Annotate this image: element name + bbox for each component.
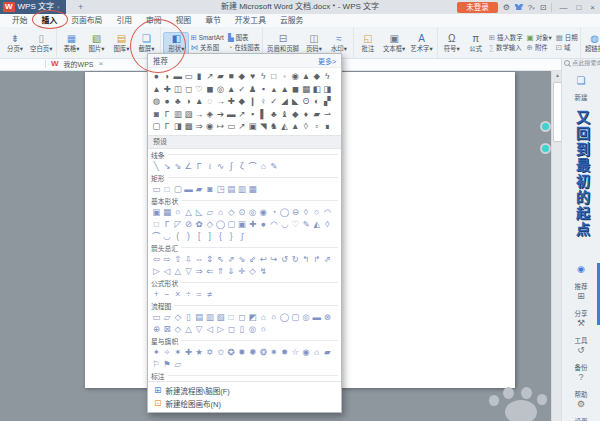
shape-glyph[interactable]: ▲ <box>151 83 162 96</box>
shape-glyph[interactable]: ▥ <box>237 183 248 195</box>
shape-glyph[interactable]: ◺ <box>194 206 205 218</box>
ribbon-button[interactable]: ◱ 批注 <box>356 32 380 54</box>
skin-icon[interactable] <box>515 4 523 10</box>
shape-glyph[interactable]: ▲ <box>279 83 290 96</box>
ribbon-small-button[interactable]: ▣ 对象▾ <box>527 33 552 42</box>
shape-glyph[interactable]: ▣ <box>237 218 248 230</box>
shape-glyph[interactable]: ◻ <box>226 323 237 335</box>
shape-glyph[interactable]: ⇘ <box>172 160 183 172</box>
shape-glyph[interactable]: ▬ <box>226 108 237 121</box>
shape-glyph[interactable]: ↩ <box>258 253 269 265</box>
ribbon-tab[interactable]: 开发工具 <box>228 14 273 27</box>
shape-glyph[interactable]: ◢ <box>279 95 290 108</box>
shape-glyph[interactable]: ↘ <box>162 160 173 172</box>
ribbon-button[interactable]: A 艺术字▾ <box>408 32 434 54</box>
shape-glyph[interactable]: ↱ <box>311 253 322 265</box>
shape-glyph[interactable]: ⌂ <box>258 160 269 172</box>
my-wps-label[interactable]: 我的WPS <box>64 59 94 69</box>
sidebar-item[interactable]: ? 帮助 <box>562 372 600 399</box>
shape-glyph[interactable]: ◉ <box>258 206 269 218</box>
shape-glyph[interactable]: ↗ <box>237 120 248 133</box>
ribbon-small-button[interactable]: ▦ 日期 <box>556 33 578 42</box>
shape-glyph[interactable]: ⇕ <box>204 253 215 265</box>
ribbon-tab[interactable]: 插入 <box>35 14 65 27</box>
shape-glyph[interactable]: ♥ <box>247 70 258 83</box>
shape-glyph[interactable]: ⇦ <box>151 253 162 265</box>
shape-glyph[interactable]: □ <box>151 218 162 230</box>
shape-glyph[interactable]: ▢ <box>226 218 237 230</box>
ribbon-small-button[interactable]: ⊞ 插入数字 <box>489 33 523 42</box>
shape-glyph[interactable]: ❙ <box>247 95 258 108</box>
shape-glyph[interactable]: − <box>162 288 173 300</box>
shape-glyph[interactable]: ⇓ <box>226 265 237 277</box>
menu-item[interactable]: ⊡ 新建绘图画布(N) <box>148 397 341 410</box>
shape-glyph[interactable]: ✹ <box>237 346 248 358</box>
minimize-button[interactable]: — <box>557 3 569 12</box>
shape-glyph[interactable]: ▷ <box>151 265 162 277</box>
shape-glyph[interactable]: ⌂ <box>311 346 322 358</box>
shape-glyph[interactable]: ⇀ <box>322 108 333 121</box>
shape-glyph[interactable]: ▭ <box>226 120 237 133</box>
ribbon-tab[interactable]: 审阅 <box>139 14 169 27</box>
ribbon-button[interactable]: ▤ 图库▾ <box>109 32 133 54</box>
shape-glyph[interactable]: ▪ <box>258 83 269 96</box>
shape-glyph[interactable]: ○ <box>172 206 183 218</box>
shape-glyph[interactable]: ♣ <box>269 108 280 121</box>
ribbon-button[interactable]: ⊟ 页眉和页脚 <box>265 32 301 54</box>
shape-glyph[interactable]: ◫ <box>172 83 183 96</box>
shape-glyph[interactable]: ∠ <box>183 160 194 172</box>
shape-glyph[interactable]: ○ <box>311 206 322 218</box>
shape-glyph[interactable]: ◈ <box>204 108 215 121</box>
ribbon-button[interactable]: ▯ 空白页▾ <box>28 32 54 54</box>
shape-glyph[interactable]: ● <box>258 218 269 230</box>
shape-glyph[interactable]: Γ <box>162 218 173 230</box>
shape-glyph[interactable]: ◆ <box>311 70 322 83</box>
shape-glyph[interactable]: ◑ <box>183 95 194 108</box>
shape-glyph[interactable]: ≀ <box>204 160 215 172</box>
shape-glyph[interactable]: ◣ <box>290 95 301 108</box>
shape-glyph[interactable]: ◠ <box>269 218 280 230</box>
shape-glyph[interactable]: ⊘ <box>183 218 194 230</box>
shape-glyph[interactable]: ≠ <box>204 288 215 300</box>
shape-glyph[interactable]: → <box>215 95 226 108</box>
shape-glyph[interactable]: ✓ <box>237 83 248 96</box>
shape-glyph[interactable]: ▤ <box>226 183 237 195</box>
ribbon-button[interactable]: ▦ 表格▾ <box>59 32 83 54</box>
ribbon-tab[interactable]: 引用 <box>109 14 139 27</box>
shape-glyph[interactable]: ✚ <box>162 83 173 96</box>
shape-glyph[interactable]: ⇔ <box>194 253 205 265</box>
shape-glyph[interactable]: ▥ <box>172 108 183 121</box>
shape-glyph[interactable]: × <box>172 288 183 300</box>
shape-glyph[interactable]: ▣ <box>151 206 162 218</box>
shape-glyph[interactable]: ♣ <box>172 95 183 108</box>
shape-glyph[interactable]: ◗ <box>162 70 173 83</box>
ribbon-button[interactable]: ◍ 超链接 <box>583 32 600 54</box>
shape-glyph[interactable]: ✚ <box>247 218 258 230</box>
shape-glyph[interactable]: ▱ <box>172 358 183 370</box>
ribbon-button[interactable]: ⇟ 分页▾ <box>3 32 27 54</box>
shape-glyph[interactable]: ✷ <box>269 346 280 358</box>
shape-glyph[interactable]: ( <box>172 230 183 242</box>
shape-glyph[interactable]: ◨ <box>322 83 333 96</box>
shape-glyph[interactable]: ◙ <box>151 108 162 121</box>
shape-glyph[interactable]: ◆ <box>290 108 301 121</box>
shape-glyph[interactable]: ◉ <box>290 70 301 83</box>
shape-glyph[interactable]: ◦ <box>279 70 290 83</box>
shape-glyph[interactable]: ● <box>151 70 162 83</box>
shape-glyph[interactable]: △ <box>183 206 194 218</box>
shape-glyph[interactable]: ◥ <box>258 120 269 133</box>
shape-glyph[interactable]: ◐ <box>311 95 322 108</box>
shape-glyph[interactable]: ◊ <box>301 120 312 133</box>
ribbon-button[interactable]: Ω 符号▾ <box>440 32 464 54</box>
shape-glyph[interactable]: ◳ <box>215 183 226 195</box>
shape-glyph[interactable]: ▨ <box>183 108 194 121</box>
shape-glyph[interactable]: ⊙ <box>237 206 248 218</box>
shape-glyph[interactable]: ⌒ <box>151 230 162 242</box>
shape-glyph[interactable]: [ <box>194 230 205 242</box>
menu-item[interactable]: ⊞ 新建流程图\脑图(F) <box>148 384 341 397</box>
shape-glyph[interactable]: ⇙ <box>247 253 258 265</box>
shape-glyph[interactable]: ◔ <box>269 206 280 218</box>
shape-glyph[interactable]: ▲ <box>226 83 237 96</box>
shape-glyph[interactable]: ϟ <box>258 70 269 83</box>
shape-glyph[interactable]: → <box>194 108 205 121</box>
